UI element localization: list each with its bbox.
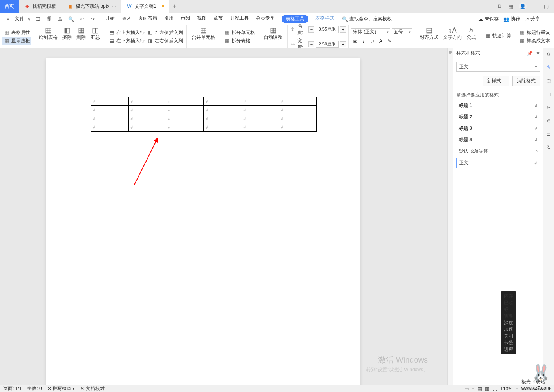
hamburger-icon[interactable]: ≡ (4, 15, 12, 23)
btn-align[interactable]: ▤对齐方式 (417, 25, 441, 48)
menu-dev[interactable]: 开发工具 (230, 15, 249, 23)
tab-menu-icon[interactable]: ⋯ (112, 4, 116, 9)
btn-merge-cells[interactable]: ▦合并单元格 (189, 25, 217, 48)
menu-review[interactable]: 审阅 (181, 15, 190, 23)
style-default-font[interactable]: 默认 段落字体a (456, 146, 540, 156)
status-words[interactable]: 字数: 0 (27, 385, 42, 392)
coop-button[interactable]: 👥协作 (503, 16, 520, 22)
redo-icon[interactable]: ↷ (89, 15, 97, 23)
window-mode-icon[interactable]: ⧉ (495, 2, 503, 10)
close-icon[interactable]: ✕ (536, 51, 540, 56)
minimize-button[interactable]: — (530, 2, 538, 10)
height-input[interactable] (316, 26, 339, 33)
btn-insert-col-right[interactable]: ◨在右侧插入列 (146, 37, 184, 45)
clear-format-button[interactable]: 清除格式 (512, 76, 540, 86)
tab-home[interactable]: 首页 (0, 0, 19, 13)
rail-select-icon[interactable]: ⬚ (545, 77, 552, 84)
btn-split-cell[interactable]: ▦拆分单元格 (223, 29, 256, 37)
tab-doc-current[interactable]: W文字文稿1 (121, 0, 169, 13)
menu-ref[interactable]: 引用 (164, 15, 174, 23)
unsaved-button[interactable]: ☁未保存 (478, 16, 499, 22)
btn-summary[interactable]: ◫汇总 (88, 25, 102, 48)
btn-quick-calc[interactable]: ▦快速计算 (483, 32, 512, 40)
btn-erase[interactable]: ◧擦除 (60, 25, 74, 48)
style-h4[interactable]: 标题 4↲ (456, 135, 540, 145)
rail-settings-icon[interactable]: ⚙ (545, 51, 552, 58)
font-size-select[interactable]: 五号 (392, 28, 412, 36)
maximize-button[interactable]: ▢ (542, 2, 550, 10)
btn-formula[interactable]: fx公式 (464, 25, 478, 48)
btn-autofit[interactable]: ▦自动调整 (261, 25, 285, 48)
zoom-value[interactable]: 110% (500, 386, 512, 392)
document-area[interactable]: ↲↲↲↲↲↲ ↲↲↲↲↲↲ ↲↲↲↲↲↲ ↲↲↲↲↲↲ 激活 Windows 转… (0, 48, 447, 385)
btn-text-dir[interactable]: ↕A文字方向 (441, 25, 464, 48)
current-style-select[interactable]: 正文 (456, 62, 540, 72)
btn-insert-row-below[interactable]: ⬓在下方插入行 (107, 37, 146, 45)
scroll-gutter[interactable] (447, 48, 453, 385)
height-minus[interactable]: − (308, 26, 314, 33)
font-family-select[interactable]: 宋体 (正文) (351, 28, 390, 36)
status-page[interactable]: 页面: 1/1 (3, 385, 22, 392)
status-compare[interactable]: ✕ 文档校对 (80, 385, 104, 392)
share-button[interactable]: ↗分享 (525, 16, 540, 22)
document-table[interactable]: ↲↲↲↲↲↲ ↲↲↲↲↲↲ ↲↲↲↲↲↲ ↲↲↲↲↲↲ (91, 97, 317, 132)
new-tab-button[interactable]: + (169, 0, 180, 13)
btn-to-text[interactable]: ▦转换成文本 (518, 37, 551, 45)
tab-pptx[interactable]: ▣极光下载站.pptx⋯ (62, 0, 121, 13)
btn-delete[interactable]: ▦删除 (74, 25, 88, 48)
btn-split-table[interactable]: ▦拆分表格 (223, 37, 256, 45)
rail-compass-icon[interactable]: ⊕ (545, 117, 552, 124)
style-h2[interactable]: 标题 2↲ (456, 112, 540, 122)
view-page-icon[interactable]: ▭ (464, 386, 469, 392)
zoom-fit-icon[interactable]: ⛶ (492, 386, 497, 392)
menu-vip[interactable]: 会员专享 (256, 15, 275, 23)
menu-table-style[interactable]: 表格样式 (315, 15, 334, 23)
rail-styles-icon[interactable]: ✎ (545, 64, 552, 71)
bold-button[interactable]: B (351, 38, 359, 45)
preview-icon[interactable]: 🔍 (67, 15, 75, 23)
menu-section[interactable]: 章节 (214, 15, 223, 23)
status-spell[interactable]: ✕ 拼写检查 ▾ (47, 385, 75, 392)
rail-shapes-icon[interactable]: ◫ (545, 91, 552, 98)
rail-clip-icon[interactable]: ✂ (545, 104, 552, 111)
btn-insert-row-above[interactable]: ⬒在上方插入行 (107, 29, 146, 37)
btn-header-repeat[interactable]: ▦标题行重复 (518, 29, 551, 37)
style-h1[interactable]: 标题 1↲ (456, 101, 540, 111)
print-icon[interactable]: 🖶 (56, 15, 64, 23)
menu-start[interactable]: 开始 (105, 15, 115, 23)
italic-button[interactable]: I (360, 38, 368, 45)
rail-refresh-icon[interactable]: ↻ (545, 144, 552, 151)
font-color-button[interactable]: A (377, 38, 385, 45)
undo-icon[interactable]: ↶ (78, 15, 86, 23)
gutter-handle-icon[interactable] (449, 51, 452, 54)
btn-insert-col-left[interactable]: ◧在左侧插入列 (146, 29, 184, 37)
apps-icon[interactable]: ▦ (507, 2, 515, 10)
height-plus[interactable]: + (340, 26, 346, 33)
underline-button[interactable]: U (368, 38, 376, 45)
avatar-icon[interactable]: 👤 (519, 2, 527, 10)
menu-table-tools[interactable]: 表格工具 (282, 15, 308, 23)
file-menu[interactable]: 文件 (15, 16, 24, 22)
rail-outline-icon[interactable]: ☰ (545, 131, 552, 138)
highlight-button[interactable]: ✎ (386, 38, 393, 45)
tab-template[interactable]: ◆找稻壳模板 (19, 0, 62, 13)
save-as-icon[interactable]: 🗐 (45, 15, 53, 23)
style-h3[interactable]: 标题 3↲ (456, 123, 540, 133)
menu-view[interactable]: 视图 (197, 15, 206, 23)
pin-icon[interactable]: 📌 (527, 51, 533, 56)
menu-insert[interactable]: 插入 (122, 15, 131, 23)
btn-draw-table[interactable]: ▦绘制表格 (36, 25, 60, 48)
btn-show-ghost[interactable]: ▦显示虚框 (2, 37, 31, 45)
command-search[interactable]: 🔍 查找命令、搜索模板 (342, 16, 392, 22)
view-read-icon[interactable]: ▥ (485, 386, 489, 392)
view-web-icon[interactable]: ▤ (478, 386, 482, 392)
menu-layout[interactable]: 页面布局 (138, 15, 157, 23)
width-minus[interactable]: − (308, 41, 314, 47)
style-body[interactable]: 正文↲ (456, 158, 540, 168)
zoom-out-button[interactable]: − (516, 386, 518, 392)
memory-toast[interactable]: 内存已超标，需要 深度加速关闭卡慢进程 (501, 291, 516, 354)
btn-table-props[interactable]: ▦表格属性 (2, 29, 31, 37)
save-icon[interactable]: 🖫 (34, 15, 42, 23)
width-plus[interactable]: + (340, 41, 346, 47)
new-style-button[interactable]: 新样式... (483, 76, 509, 86)
